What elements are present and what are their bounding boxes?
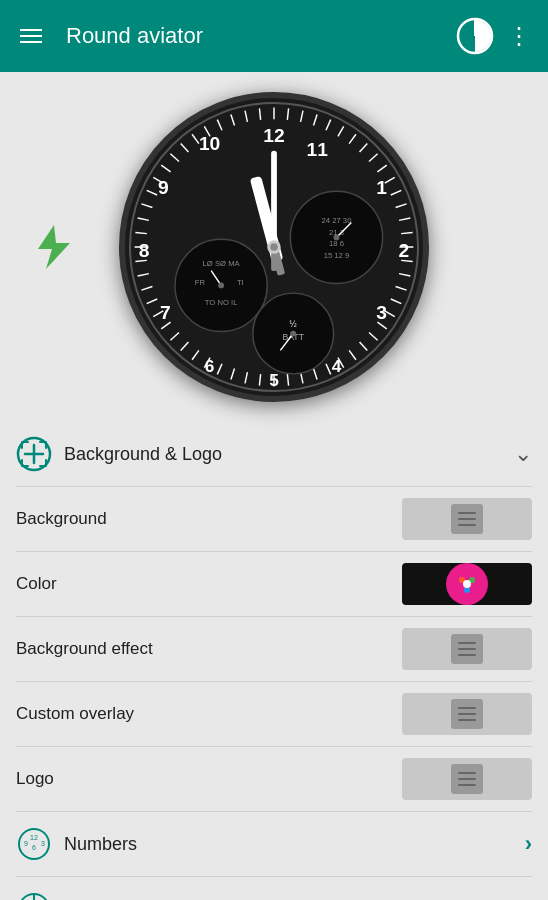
numbers-nav-row[interactable]: 12 6 9 3 Numbers › [0, 812, 548, 876]
toggle-line [458, 642, 476, 644]
svg-line-29 [326, 364, 331, 375]
svg-line-11 [369, 154, 378, 162]
app-bar-actions: ⋮ [455, 14, 536, 58]
svg-text:18       6: 18 6 [329, 239, 344, 248]
svg-line-44 [147, 299, 158, 304]
svg-text:7: 7 [160, 302, 171, 323]
toggle-line [458, 707, 476, 709]
svg-text:9: 9 [24, 840, 28, 847]
svg-text:8: 8 [139, 240, 150, 261]
svg-line-6 [314, 114, 318, 125]
svg-text:5: 5 [269, 370, 279, 390]
svg-text:9: 9 [158, 177, 169, 198]
svg-line-30 [314, 369, 318, 380]
svg-line-5 [301, 111, 303, 122]
svg-line-21 [396, 287, 407, 291]
svg-text:24  27  30: 24 27 30 [322, 216, 352, 225]
svg-text:1: 1 [376, 177, 387, 198]
toggle-handle-logo [451, 764, 483, 794]
custom-overlay-toggle[interactable] [402, 693, 532, 735]
svg-text:2: 2 [398, 240, 409, 261]
toggle-handle-effect [451, 634, 483, 664]
svg-text:10: 10 [199, 133, 220, 154]
svg-text:TI: TI [237, 278, 244, 287]
svg-line-45 [141, 287, 152, 291]
settings-list: Background & Logo ⌄ Background Color [0, 422, 548, 900]
toggle-line [458, 784, 476, 786]
background-label: Background [16, 509, 402, 529]
logo-row: Logo [0, 747, 548, 811]
toggle-line [458, 778, 476, 780]
watch-face: 12 1 2 3 4 5 6 7 8 9 10 11 24 27 30 21 3… [119, 92, 429, 402]
background-logo-section-header[interactable]: Background & Logo ⌄ [0, 422, 548, 486]
svg-line-52 [147, 190, 158, 195]
background-logo-label: Background & Logo [64, 444, 514, 465]
color-row: Color [0, 552, 548, 616]
svg-line-15 [396, 204, 407, 208]
svg-text:12: 12 [263, 125, 284, 146]
svg-line-25 [369, 333, 378, 341]
svg-text:3: 3 [376, 302, 387, 323]
svg-line-60 [231, 114, 235, 125]
logo-toggle[interactable] [402, 758, 532, 800]
toggle-line [458, 713, 476, 715]
svg-line-32 [287, 374, 288, 385]
background-row: Background [0, 487, 548, 551]
svg-line-34 [259, 374, 260, 385]
svg-line-62 [259, 108, 260, 119]
app-bar: Round aviator ⋮ [0, 0, 548, 72]
svg-text:3: 3 [41, 840, 45, 847]
svg-line-55 [170, 154, 179, 162]
svg-line-56 [181, 143, 189, 152]
expand-icon [16, 436, 52, 472]
svg-line-57 [192, 134, 199, 143]
svg-text:½: ½ [290, 319, 297, 329]
svg-line-41 [170, 333, 179, 341]
palette-icon [453, 570, 481, 598]
svg-line-40 [181, 342, 189, 351]
background-effect-label: Background effect [16, 639, 402, 659]
markers-nav-row[interactable]: Markers › [0, 877, 548, 900]
svg-line-12 [377, 165, 386, 172]
toggle-lines-effect [458, 642, 476, 656]
svg-line-42 [161, 322, 170, 329]
svg-line-22 [391, 299, 402, 304]
svg-line-24 [377, 322, 386, 329]
svg-text:LØ  SØ  MA: LØ SØ MA [203, 259, 241, 268]
svg-line-16 [399, 218, 410, 220]
svg-line-51 [141, 204, 152, 208]
watch-preview-area: 12 1 2 3 4 5 6 7 8 9 10 11 24 27 30 21 3… [0, 72, 548, 422]
menu-button[interactable] [12, 21, 50, 51]
background-effect-toggle[interactable] [402, 628, 532, 670]
svg-text:15  12   9: 15 12 9 [324, 251, 350, 260]
chevron-right-icon-markers: › [525, 896, 532, 900]
svg-line-9 [349, 134, 356, 143]
background-toggle[interactable] [402, 498, 532, 540]
pie-chart-icon[interactable] [455, 16, 495, 56]
svg-text:TO  NO  IL: TO NO IL [205, 298, 238, 307]
toggle-handle-background [451, 504, 483, 534]
svg-line-26 [360, 342, 368, 351]
background-effect-row: Background effect [0, 617, 548, 681]
svg-line-10 [360, 143, 368, 152]
color-toggle[interactable] [402, 563, 532, 605]
custom-overlay-row: Custom overlay [0, 682, 548, 746]
more-options-button[interactable]: ⋮ [503, 14, 536, 58]
chevron-down-icon: ⌄ [514, 441, 532, 467]
svg-text:11: 11 [307, 139, 329, 160]
svg-text:4: 4 [332, 356, 342, 376]
svg-line-36 [231, 369, 235, 380]
custom-overlay-label: Custom overlay [16, 704, 402, 724]
svg-line-61 [245, 111, 247, 122]
svg-line-50 [138, 218, 149, 220]
toggle-line [458, 772, 476, 774]
toggle-line [458, 518, 476, 520]
toggle-lines-logo [458, 772, 476, 786]
svg-text:12: 12 [30, 834, 38, 841]
svg-line-7 [326, 120, 331, 131]
svg-text:6: 6 [205, 356, 215, 376]
svg-line-20 [399, 274, 410, 276]
svg-point-99 [270, 243, 278, 251]
clock-numbers-icon: 12 6 9 3 [16, 826, 52, 862]
numbers-label: Numbers [64, 834, 525, 855]
